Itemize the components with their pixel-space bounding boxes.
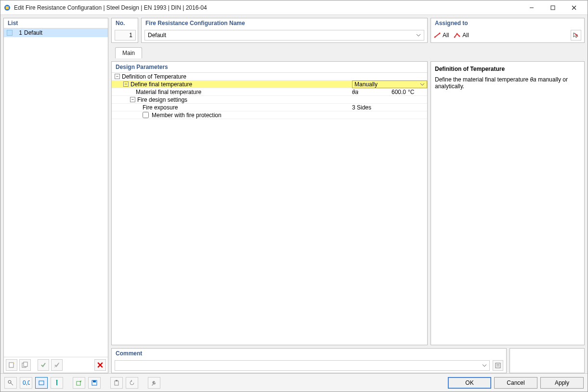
tree-label: Define final temperature — [131, 81, 352, 88]
collapse-icon[interactable]: − — [130, 97, 135, 102]
tabs: Main — [111, 46, 585, 58]
tree-fire-exposure[interactable]: Fire exposure 3 Sides — [112, 104, 427, 111]
svg-rect-28 — [77, 381, 80, 385]
symbol: θa — [352, 89, 371, 95]
svg-rect-30 — [93, 380, 96, 382]
comment-library-button[interactable] — [493, 360, 503, 371]
name-value: Default — [148, 32, 166, 39]
units-button[interactable]: 0,00 — [20, 377, 32, 389]
pick-button[interactable] — [51, 377, 63, 389]
help-button[interactable] — [4, 377, 17, 389]
window-title: Edit Fire Resistance Configuration | Ste… — [14, 4, 521, 11]
view-mode-button[interactable] — [35, 377, 48, 389]
list[interactable]: 1 Default — [4, 28, 108, 357]
number-input[interactable] — [115, 30, 136, 41]
parameter-tree[interactable]: − Definition of Temperature − Define fin… — [112, 73, 427, 209]
clipboard-button[interactable] — [110, 377, 123, 389]
save-icon — [91, 379, 98, 386]
apply-button[interactable]: Apply — [540, 377, 584, 389]
svg-rect-25 — [39, 381, 44, 385]
preview-box — [510, 348, 585, 373]
settings-button[interactable] — [148, 377, 160, 389]
chevron-down-icon — [416, 33, 421, 38]
description-text: Define the material final temperature θa… — [435, 76, 580, 90]
svg-rect-1 — [6, 6, 9, 9]
include-button[interactable] — [38, 359, 49, 371]
svg-rect-6 — [9, 363, 13, 367]
comment-heading: Comment — [112, 349, 506, 358]
key-icon — [7, 379, 14, 386]
close-button[interactable] — [563, 1, 585, 14]
vertical-line-icon — [53, 379, 60, 386]
value[interactable]: 600.0 — [371, 89, 408, 95]
comment-box: Comment — [111, 348, 507, 373]
rectangle-icon — [38, 379, 45, 386]
assigned-membersets[interactable]: All — [454, 32, 469, 39]
save-button[interactable] — [88, 377, 101, 389]
collapse-icon[interactable]: − — [115, 74, 120, 79]
copy-button[interactable] — [19, 359, 31, 371]
line-red-icon — [434, 32, 441, 39]
svg-line-12 — [435, 33, 440, 37]
svg-point-27 — [56, 379, 58, 381]
member-fire-protection-checkbox[interactable] — [143, 112, 149, 118]
list-item[interactable]: 1 Default — [4, 28, 108, 37]
decimal-icon: 0,00 — [22, 379, 30, 386]
minimize-button[interactable] — [521, 1, 542, 14]
svg-point-13 — [434, 37, 436, 38]
color-swatch-icon — [7, 30, 13, 36]
collapse-icon[interactable]: − — [123, 81, 129, 87]
svg-point-16 — [457, 33, 458, 35]
list-panel: List 1 Default — [3, 18, 108, 373]
notes-icon — [495, 362, 501, 369]
design-parameters-panel: Design Parameters − Definition of Temper… — [111, 61, 428, 345]
cancel-button[interactable]: Cancel — [494, 377, 537, 389]
number-box: No. — [111, 18, 138, 43]
cursor-cancel-icon — [573, 32, 579, 39]
name-select[interactable]: Default — [144, 30, 424, 41]
assigned-pick-button[interactable] — [571, 30, 581, 41]
line-red-multi-icon — [454, 32, 460, 39]
tree-label: Fire design settings — [137, 96, 371, 103]
app-icon — [3, 4, 11, 12]
name-heading: Fire Resistance Configuration Name — [142, 18, 427, 28]
description-panel: Definition of Temperature Define the mat… — [431, 61, 585, 345]
wrench-icon — [151, 379, 157, 386]
assigned-members[interactable]: All — [434, 32, 449, 39]
delete-button[interactable] — [94, 359, 106, 371]
tab-main[interactable]: Main — [115, 47, 142, 58]
comment-input[interactable] — [115, 360, 490, 371]
tree-label: Fire exposure — [143, 104, 333, 111]
tree-define-final-temp[interactable]: − Define final temperature Manually — [112, 81, 427, 88]
svg-rect-8 — [24, 362, 27, 366]
description-title: Definition of Temperature — [435, 66, 580, 72]
ok-button[interactable]: OK — [448, 377, 491, 389]
assigned-membersets-label: All — [462, 32, 469, 39]
maximize-button[interactable] — [542, 1, 563, 14]
define-final-temp-dropdown[interactable]: Manually — [352, 81, 427, 88]
export-button[interactable] — [73, 377, 85, 389]
tree-member-fire-protection[interactable]: Member with fire protection — [112, 111, 427, 119]
exclude-button[interactable] — [51, 359, 63, 371]
name-box: Fire Resistance Configuration Name Defau… — [141, 18, 428, 43]
list-item-label: Default — [24, 29, 42, 36]
svg-point-14 — [439, 33, 441, 34]
tree-material-final-temp[interactable]: Material final temperature θa 600.0 °C — [112, 88, 427, 96]
svg-point-15 — [454, 37, 456, 38]
list-item-number: 1 — [15, 29, 22, 36]
svg-point-17 — [459, 36, 460, 37]
number-heading: No. — [112, 18, 138, 28]
tree-root[interactable]: − Definition of Temperature — [112, 73, 427, 81]
reset-button[interactable] — [126, 377, 138, 389]
svg-text:0,00: 0,00 — [23, 379, 30, 386]
svg-line-23 — [11, 383, 13, 385]
tree-label: Definition of Temperature — [122, 73, 371, 80]
dropdown-value: Manually — [354, 81, 378, 88]
undo-icon — [129, 379, 135, 386]
value[interactable]: 3 Sides — [352, 104, 427, 111]
svg-rect-19 — [496, 363, 500, 368]
new-button[interactable] — [6, 359, 17, 371]
titlebar: Edit Fire Resistance Configuration | Ste… — [0, 0, 588, 15]
tree-fire-design-settings[interactable]: − Fire design settings — [112, 96, 427, 104]
svg-rect-32 — [116, 380, 118, 381]
